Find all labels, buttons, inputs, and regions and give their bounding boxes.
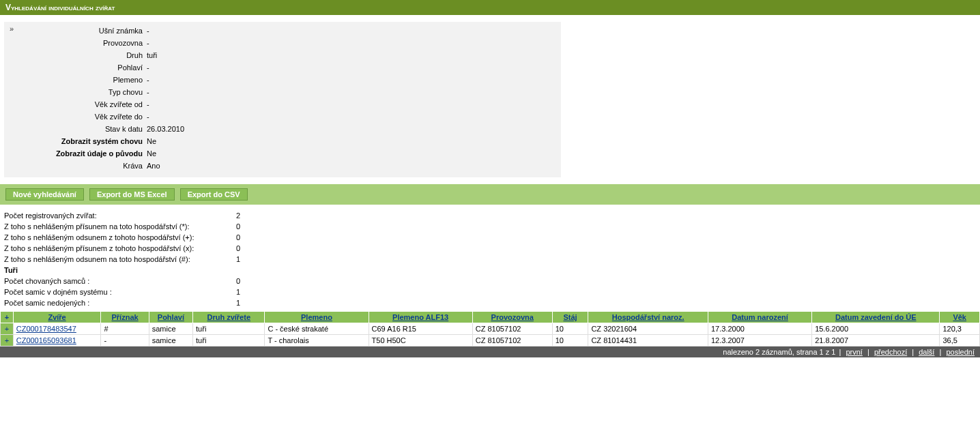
stat-star-value: 0 [231,221,240,232]
table-row: +CZ000178483547#samicetuřiC - české stra… [1,323,980,335]
stat-plus-value: 0 [231,232,240,243]
export-excel-button[interactable]: Export do MS Excel [89,188,175,201]
pager-prev[interactable]: předchozí [873,348,908,356]
action-bar: Nové vyhledávání Export do MS Excel Expo… [0,184,980,205]
animal-link[interactable]: CZ000178483547 [16,325,76,333]
stat-hash-label: Z toho s nehlášeným odsunem na toto hosp… [4,254,231,265]
pager: nalezeno 2 záznamů, strana 1 z 1 | první… [0,347,980,357]
cell: # [101,323,149,335]
stat-turi-header: Tuři [4,265,231,276]
export-csv-button[interactable]: Export do CSV [180,188,248,201]
col-header[interactable]: Plemeno ALF13 [369,312,472,323]
cell: 36,5 [940,335,980,347]
cell: tuři [193,335,265,347]
cell: CZ 81057102 [472,323,552,335]
value-provozovna: - [147,37,149,49]
col-header[interactable]: Plemeno [265,312,369,323]
cell: - [101,335,149,347]
cell: C - české strakaté [265,323,369,335]
cell: samice [149,323,192,335]
value-stav-k-datu: 26.03.2010 [147,123,184,135]
col-header[interactable]: Datum zavedení do ÚE [812,312,940,323]
label-plemeno: Plemeno [10,74,147,86]
pager-first[interactable]: první [844,348,863,356]
value-vek-do: - [147,111,149,123]
value-vek-od: - [147,98,149,111]
stat-x-label: Z toho s nehlášeným přísunem z tohoto ho… [4,243,231,254]
pager-next[interactable]: další [917,348,936,356]
stat-star-label: Z toho s nehlášeným přísunem na toto hos… [4,221,231,232]
cell: tuři [193,323,265,335]
search-criteria-panel: » Ušní známka- Provozovna- Druhtuři Pohl… [4,22,561,177]
cell: 10 [552,335,588,347]
new-search-button[interactable]: Nové vyhledávání [5,188,84,201]
col-header[interactable]: Datum narození [708,312,811,323]
cell: T50 H50C [369,335,472,347]
cell: 120,3 [940,323,980,335]
cell: 17.3.2000 [708,323,811,335]
expand-row-icon[interactable]: + [1,323,14,335]
value-usni-znamka: - [147,25,149,37]
col-header[interactable]: Zvíře [13,312,101,323]
collapse-icon[interactable]: » [10,25,14,33]
stat-hash-value: 1 [231,254,240,265]
label-pohlavi: Pohlaví [10,61,147,74]
col-header[interactable]: Příznak [101,312,149,323]
stat-registered-label: Počet registrovaných zvířat: [4,210,231,221]
label-krava: Kráva [10,160,147,172]
cell: 12.3.2007 [708,335,811,347]
label-stav-k-datu: Stav k datu [10,123,147,135]
cell: samice [149,335,192,347]
label-druh: Druh [10,49,147,61]
col-header[interactable]: Provozovna [472,312,552,323]
stat-x-value: 0 [231,243,240,254]
animal-link[interactable]: CZ000165093681 [16,336,76,344]
label-provozovna: Provozovna [10,37,147,49]
pager-last[interactable]: poslední [945,348,976,356]
label-zobrazit-puvod: Zobrazit údaje o původu [10,147,147,160]
expand-all-icon[interactable]: + [1,312,14,323]
value-typ-chovu: - [147,86,149,98]
stat-milking-value: 1 [231,286,240,297]
results-table: + ZvířePříznakPohlavíDruh zvířetePlemeno… [0,311,980,347]
cell: CZ 32021604 [588,323,708,335]
cell: T - charolais [265,335,369,347]
value-pohlavi: - [147,61,149,74]
cell: 10 [552,323,588,335]
cell: 15.6.2000 [812,323,940,335]
stat-males-value: 0 [231,276,240,286]
col-header[interactable]: Hospodářství naroz. [588,312,708,323]
expand-row-icon[interactable]: + [1,335,14,347]
value-druh: tuři [147,49,157,61]
cell: 21.8.2007 [812,335,940,347]
value-krava: Ano [147,160,160,172]
stat-males-label: Počet chovaných samců : [4,276,231,286]
stat-registered-value: 2 [231,210,240,221]
label-typ-chovu: Typ chovu [10,86,147,98]
value-plemeno: - [147,74,149,86]
label-usni-znamka: Ušní známka [10,25,147,37]
stat-nonmilking-label: Počet samic nedojených : [4,297,231,308]
pager-summary: nalezeno 2 záznamů, strana 1 z 1 [723,348,835,356]
col-header[interactable]: Pohlaví [149,312,192,323]
col-header[interactable]: Stáj [552,312,588,323]
stats-block: Počet registrovaných zvířat:2 Z toho s n… [0,205,980,311]
label-vek-od: Věk zvířete od [10,98,147,111]
table-row: +CZ000165093681-samicetuřiT - charolaisT… [1,335,980,347]
page-title: Vyhledávání individuálních zvířat [0,0,980,15]
cell: CZ 81057102 [472,335,552,347]
col-header[interactable]: Věk [940,312,980,323]
cell: CZ 81014431 [588,335,708,347]
label-vek-do: Věk zvířete do [10,111,147,123]
label-zobrazit-system: Zobrazit systém chovu [10,135,147,147]
cell: C69 A16 R15 [369,323,472,335]
col-header[interactable]: Druh zvířete [193,312,265,323]
stat-nonmilking-value: 1 [231,297,240,308]
stat-milking-label: Počet samic v dojném systému : [4,286,231,297]
value-zobrazit-system: Ne [147,135,156,147]
value-zobrazit-puvod: Ne [147,147,156,160]
stat-plus-label: Z toho s nehlášeným odsunem z tohoto hos… [4,232,231,243]
